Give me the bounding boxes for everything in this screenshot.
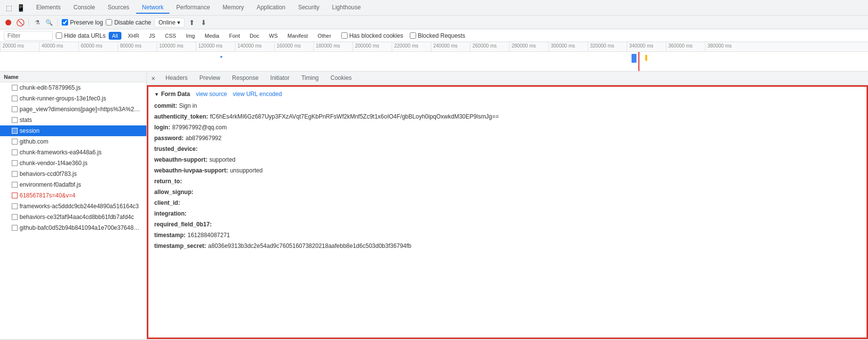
form-data-content[interactable]: ▼ Form Data view source view URL encoded… [147, 85, 868, 339]
tick-7: 160000 ms [274, 42, 313, 51]
filter-other-btn[interactable]: Other [314, 32, 335, 40]
filter-manifest-btn[interactable]: Manifest [284, 32, 311, 40]
hide-data-urls-checkbox-label[interactable]: Hide data URLs [56, 32, 106, 39]
filter-js-btn[interactable]: JS [145, 32, 159, 40]
filter-icon[interactable]: ⚗ [33, 18, 42, 27]
filter-css-btn[interactable]: CSS [162, 32, 180, 40]
request-item-12[interactable]: behaviors-ce32faf94aac4cd8bb61fdb7afd4c [0, 212, 146, 222]
toolbar-separator [28, 18, 29, 27]
request-item-13[interactable]: github-bafc0d52b94b841094a1e700e37648… [0, 222, 146, 233]
import-icon[interactable]: ⬆ [188, 18, 196, 27]
request-item-2[interactable]: page_view?dimensions[page]=https%3A%2… [0, 104, 146, 115]
form-key-6: webauthn-iuvpaa-support: [154, 166, 228, 175]
filter-ws-btn[interactable]: WS [266, 32, 282, 40]
request-item-6[interactable]: chunk-frameworks-ea9448a6.js [0, 147, 146, 158]
form-row-2: login:879967992@qq.com [154, 123, 861, 132]
detail-tab-headers[interactable]: Headers [160, 73, 193, 84]
view-url-encoded-link[interactable]: view URL encoded [233, 91, 282, 97]
triangle-icon: ▼ [154, 92, 159, 97]
detail-tab-response[interactable]: Response [226, 73, 264, 84]
search-icon[interactable]: 🔍 [45, 18, 53, 27]
disable-cache-checkbox-label[interactable]: Disable cache [106, 19, 151, 26]
filter-input[interactable] [4, 31, 53, 41]
tab-application[interactable]: Application [251, 2, 291, 14]
tick-17: 360000 ms [666, 42, 705, 51]
request-list-header: Name [0, 72, 146, 82]
has-blocked-cookies-checkbox[interactable] [341, 32, 348, 39]
view-source-link[interactable]: view source [196, 91, 227, 97]
hide-data-urls-checkbox[interactable] [56, 32, 62, 39]
tab-memory[interactable]: Memory [217, 2, 250, 14]
request-item-name-13: github-bafc0d52b94b841094a1e700e37648… [20, 224, 140, 231]
request-item-name-1: chunk-runner-groups-13e1fec0.js [20, 95, 106, 102]
detail-panel: × Headers Preview Response Initiator Tim… [147, 72, 868, 339]
close-detail-btn[interactable]: × [149, 74, 158, 83]
tab-network[interactable]: Network [136, 2, 169, 14]
form-data-title-text: Form Data [161, 91, 190, 97]
filter-xhr-btn[interactable]: XHR [124, 32, 142, 40]
request-item-11[interactable]: frameworks-ac5dddc9cb244e4890a516164c3 [0, 201, 146, 212]
tick-9: 200000 ms [352, 42, 392, 51]
tab-performance[interactable]: Performance [170, 2, 216, 14]
form-key-11: required_field_0b17: [154, 220, 211, 229]
doc-icon-3 [12, 117, 18, 123]
request-item-4[interactable]: session [0, 125, 146, 136]
request-item-name-6: chunk-frameworks-ea9448a6.js [20, 149, 101, 156]
request-item-7[interactable]: chunk-vendor-1f4ae360.js [0, 158, 146, 169]
timeline-ruler: 20000 ms 40000 ms 60000 ms 80000 ms 1000… [0, 42, 868, 52]
blocked-requests-text: Blocked Requests [418, 32, 465, 39]
device-icon[interactable]: 📱 [16, 3, 25, 13]
preserve-log-checkbox[interactable] [62, 19, 68, 25]
tick-13: 280000 ms [509, 42, 548, 51]
request-item-8[interactable]: behaviors-ccd0f783.js [0, 169, 146, 179]
form-key-7: return_to: [154, 177, 182, 186]
request-item-1[interactable]: chunk-runner-groups-13e1fec0.js [0, 93, 146, 104]
detail-tab-initiator[interactable]: Initiator [264, 73, 295, 84]
form-key-13: timestamp_secret: [154, 242, 206, 250]
request-item-5[interactable]: github.com [0, 136, 146, 147]
filter-font-btn[interactable]: Font [226, 32, 243, 40]
throttle-dropdown[interactable]: Online ▾ [154, 18, 185, 27]
form-key-0: commit: [154, 101, 177, 110]
detail-tab-cookies[interactable]: Cookies [325, 73, 357, 84]
tab-lighthouse[interactable]: Lighthouse [326, 2, 367, 14]
throttle-chevron-icon: ▾ [177, 19, 180, 26]
tick-1: 40000 ms [39, 42, 78, 51]
preserve-log-checkbox-label[interactable]: Preserve log [62, 19, 103, 26]
record-icon[interactable] [4, 18, 13, 27]
filter-doc-btn[interactable]: Doc [246, 32, 263, 40]
doc-icon-11 [12, 203, 18, 209]
tab-security[interactable]: Security [292, 2, 325, 14]
cursor-icon[interactable]: ⬚ [4, 3, 14, 13]
export-icon[interactable]: ⬇ [199, 18, 208, 27]
tick-16: 340000 ms [627, 42, 666, 51]
has-blocked-cookies-label[interactable]: Has blocked cookies [341, 32, 403, 39]
tab-console[interactable]: Console [68, 2, 101, 14]
form-key-12: timestamp: [154, 231, 186, 240]
filter-img-btn[interactable]: Img [183, 32, 198, 40]
request-item-3[interactable]: stats [0, 115, 146, 125]
request-item-9[interactable]: environment-f0adafbf.js [0, 179, 146, 190]
tab-sources[interactable]: Sources [102, 2, 135, 14]
request-item-name-11: frameworks-ac5dddc9cb244e4890a516164c3 [20, 203, 139, 210]
request-item-name-12: behaviors-ce32faf94aac4cd8bb61fdb7afd4c [20, 214, 134, 220]
detail-tab-timing[interactable]: Timing [295, 73, 325, 84]
doc-icon-9 [12, 182, 18, 188]
filter-media-btn[interactable]: Media [201, 32, 223, 40]
blocked-requests-checkbox[interactable] [410, 32, 416, 39]
hide-data-urls-label: Hide data URLs [64, 32, 106, 39]
blocked-requests-label[interactable]: Blocked Requests [410, 32, 465, 39]
request-item-name-9: environment-f0adafbf.js [20, 181, 81, 188]
has-blocked-cookies-text: Has blocked cookies [349, 32, 403, 39]
request-item-name-8: behaviors-ccd0f783.js [20, 170, 77, 177]
request-item-10[interactable]: 618567817s=40&v=4 [0, 190, 146, 201]
filter-all-btn[interactable]: All [109, 32, 121, 40]
main-content: Name chunk-edit-57879965.js chunk-runner… [0, 72, 868, 339]
request-item-0[interactable]: chunk-edit-57879965.js [0, 82, 146, 93]
clear-icon[interactable]: 🚫 [16, 18, 24, 27]
request-list-body[interactable]: chunk-edit-57879965.js chunk-runner-grou… [0, 82, 146, 339]
tab-elements[interactable]: Elements [30, 2, 67, 14]
doc-icon-0 [12, 85, 18, 91]
detail-tab-preview[interactable]: Preview [193, 73, 226, 84]
disable-cache-checkbox[interactable] [106, 19, 112, 25]
